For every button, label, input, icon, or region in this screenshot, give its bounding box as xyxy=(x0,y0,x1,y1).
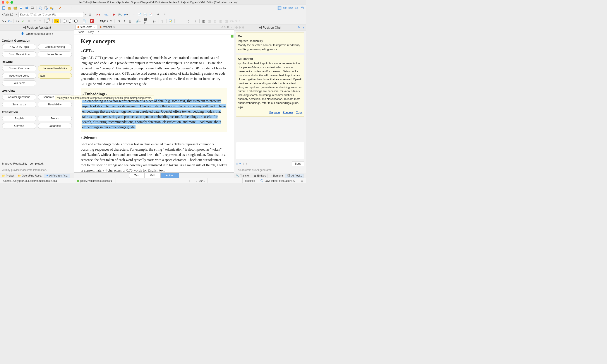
preview-link[interactable]: Preview xyxy=(283,111,293,114)
file-nav-icon[interactable]: 📄 xyxy=(137,13,142,17)
send-button[interactable]: Send xyxy=(292,161,304,166)
perspective-dita-icon[interactable]: DITA xyxy=(283,6,287,10)
itemize-button-partial[interactable]: Iten xyxy=(38,73,72,78)
file-edit-icon[interactable]: 📄 xyxy=(143,13,147,17)
configure-transform-icon[interactable]: 🔧 xyxy=(118,13,122,17)
validate-icon[interactable]: ✔▾ xyxy=(96,13,100,17)
link-icon[interactable]: 🔗▾ xyxy=(136,19,140,23)
sort-icon[interactable]: ↕ xyxy=(193,19,198,23)
translate-japanese-button[interactable]: Japanese xyxy=(38,123,72,129)
comment2-icon[interactable]: 💬 xyxy=(68,19,72,23)
correct-grammar-button[interactable]: Correct Grammar xyxy=(2,65,36,71)
new-file-icon[interactable] xyxy=(2,6,6,10)
paste-icon[interactable]: 📋▾ xyxy=(46,19,51,23)
highlight-icon[interactable]: T▾ xyxy=(54,19,59,23)
perspective-db-icon[interactable] xyxy=(300,6,304,10)
status-memory-icon[interactable]: ▭ xyxy=(298,178,306,183)
breadcrumb-item[interactable]: topic xyxy=(78,31,84,34)
open-find-tab[interactable]: 📂Open/Find Reso.. xyxy=(16,174,44,178)
close-window-icon[interactable] xyxy=(2,1,4,4)
spellcheck-icon[interactable]: ABC xyxy=(104,13,108,17)
copy-link[interactable]: Copy xyxy=(296,111,302,114)
minimize-window-icon[interactable] xyxy=(6,1,9,4)
bold-icon[interactable]: B xyxy=(116,19,121,23)
framework-icon[interactable]: 📄 xyxy=(82,19,86,23)
chevron-down-icon[interactable]: ▾ xyxy=(52,32,53,35)
image-icon[interactable]: 🖼▾ xyxy=(144,19,148,23)
table-col-icon[interactable]: ▦ xyxy=(213,19,217,23)
code-icon[interactable]: 📝 xyxy=(168,19,173,23)
tab-next-icon[interactable]: ▷ xyxy=(224,26,226,28)
open-folder-search-icon[interactable] xyxy=(50,6,54,10)
styles-dropdown[interactable]: Styles xyxy=(98,19,113,23)
underline-icon[interactable]: U xyxy=(128,19,132,23)
close-tab-icon[interactable]: ✕ xyxy=(93,26,95,29)
translate-french-button[interactable]: French xyxy=(38,116,72,121)
elements-tab[interactable]: ⟨⟩Elements xyxy=(268,174,285,178)
close-tab-icon[interactable]: ✕ xyxy=(113,26,115,29)
table-row-icon[interactable]: ▦ xyxy=(207,19,211,23)
indent-icon[interactable]: ≡ xyxy=(131,13,136,17)
filter-icon[interactable]: ▼▾ xyxy=(7,19,12,23)
unordered-list-icon[interactable]: ☰ xyxy=(182,19,186,23)
table-join-icon[interactable]: JOIN xyxy=(230,19,234,23)
comment-icon[interactable]: 💬 xyxy=(62,19,67,23)
join-items-button[interactable]: Join Items xyxy=(2,80,36,86)
editor-tab-test2[interactable]: test2.dita* ✕ xyxy=(76,25,97,29)
tab-prev-icon[interactable]: ◁ xyxy=(221,26,223,28)
ordered-list-icon[interactable]: ☰ xyxy=(176,19,181,23)
answer-questions-button[interactable]: Answer Questions xyxy=(2,94,36,100)
zoom-window-icon[interactable] xyxy=(11,1,13,4)
continue-writing-button[interactable]: Continue Writing xyxy=(38,44,72,50)
find-in-files-icon[interactable] xyxy=(44,6,48,10)
tab-list-icon[interactable]: ▤ xyxy=(227,26,229,28)
translate-english-button[interactable]: English xyxy=(2,116,36,121)
chevron-down-icon[interactable]: ▾ xyxy=(85,13,87,16)
new-dita-topic-button[interactable]: New DITA Topic xyxy=(2,44,36,50)
mode-grid-button[interactable]: Grid xyxy=(145,173,161,178)
prev-change-icon[interactable]: ↶ xyxy=(33,19,37,23)
debug-icon[interactable]: ▾ xyxy=(124,13,128,17)
editor-tab-test[interactable]: test.dita ✕ xyxy=(98,25,117,29)
table-del-col-icon[interactable]: ▦ xyxy=(224,19,228,23)
new-chat-icon[interactable]: ✎ xyxy=(298,26,300,29)
ai-positron-assistant-tab[interactable]: ⟳AI Positron Ass.. xyxy=(44,174,70,178)
search-icon[interactable] xyxy=(38,6,42,10)
table-icon[interactable]: ▦ xyxy=(201,19,206,23)
perspective-default-icon[interactable] xyxy=(277,6,282,10)
bookmark-icon[interactable]: 📑 xyxy=(149,13,153,17)
expand-panel-icon[interactable]: ⤢ xyxy=(302,26,305,29)
paragraph-icon[interactable]: ¶ xyxy=(160,19,165,23)
translate-german-button[interactable]: German xyxy=(2,123,36,129)
magic-wand-icon[interactable] xyxy=(58,6,62,10)
run-transform-icon[interactable] xyxy=(112,13,116,17)
readability-button[interactable]: Readability xyxy=(38,102,72,107)
perspective-xq-icon[interactable]: XQ xyxy=(294,6,299,10)
favorite-icon[interactable]: ☆ ▾ xyxy=(236,162,241,165)
chat-input[interactable] xyxy=(236,142,304,159)
back-icon[interactable]: ← xyxy=(63,6,68,10)
cut-icon[interactable]: ✂ xyxy=(15,19,20,23)
italic-icon[interactable]: I xyxy=(122,19,127,23)
next-change-icon[interactable]: ↷ xyxy=(38,19,42,23)
table-del-row-icon[interactable]: ▦ xyxy=(219,19,223,23)
bold-framework-icon[interactable]: F xyxy=(90,19,94,23)
use-active-voice-button[interactable]: Use Active Voice xyxy=(2,73,36,78)
perspective-xslt-icon[interactable]: XSLT xyxy=(289,6,293,10)
replace-link[interactable]: Replace xyxy=(269,111,280,114)
mode-author-button[interactable]: Author xyxy=(161,173,179,178)
breadcrumb-item[interactable]: p xyxy=(98,31,99,34)
ai-positron-chat-tab[interactable]: 💬AI Posit.. xyxy=(285,174,304,178)
table-split-icon[interactable]: SPLIT xyxy=(235,19,240,23)
tab-max-icon[interactable]: ⤢ xyxy=(231,26,232,28)
print-icon[interactable] xyxy=(30,6,35,10)
reject-icon[interactable]: ✖ xyxy=(27,19,31,23)
text-direction-icon[interactable]: ⤷▾ xyxy=(2,19,6,23)
show-icon[interactable]: 👁 xyxy=(157,13,161,17)
document-content[interactable]: Key concepts ▸GPTs◂ OpenAI's GPT (genera… xyxy=(74,35,234,172)
save-all-icon[interactable] xyxy=(25,6,29,10)
accept-icon[interactable]: ✔ xyxy=(21,19,26,23)
open-url-icon[interactable] xyxy=(13,6,17,10)
xpath-version-label[interactable]: XPath 2.0 xyxy=(2,13,13,16)
chevron-down-icon[interactable]: ▾ xyxy=(15,13,17,16)
